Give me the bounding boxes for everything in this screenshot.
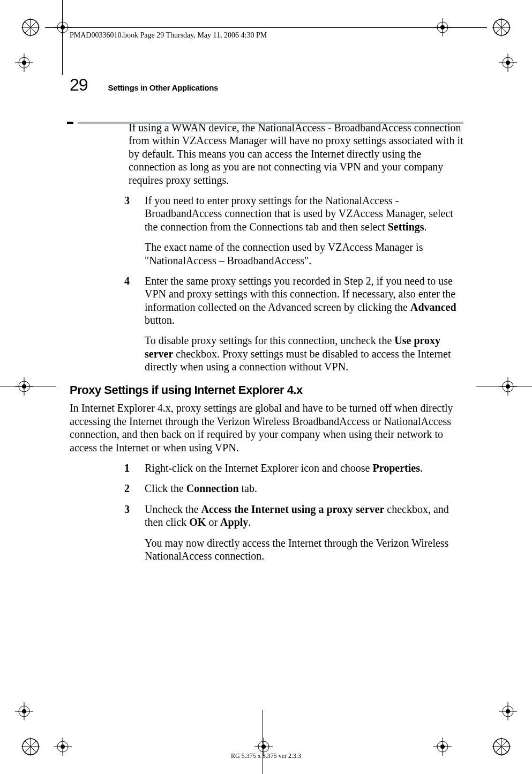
register-mark-icon [15,702,33,720]
running-header: PMAD00336010.book Page 29 Thursday, May … [70,31,267,40]
register-mark-icon [499,377,517,396]
crop-mark-icon [21,18,40,36]
step-text: Uncheck the Access the Internet using a … [145,503,449,528]
step-text: Enter the same proxy settings you record… [145,275,456,326]
crop-guide [263,710,263,774]
step-text: If you need to enter proxy settings for … [145,195,453,233]
crop-guide [0,386,56,386]
step-item: 2 Click the Connection tab. [129,482,463,495]
step-number: 3 [114,503,130,516]
subheading: Proxy Settings if using Internet Explore… [70,383,463,398]
section-rule [70,102,463,105]
page-number: 29 [70,75,88,95]
step-item: 4 Enter the same proxy settings you reco… [129,274,463,327]
step-number: 3 [114,194,130,207]
step-note: To disable proxy settings for this conne… [129,334,463,373]
body-paragraph: In Internet Explorer 4.x, proxy settings… [70,401,463,454]
step-note: The exact name of the connection used by… [129,241,463,267]
crop-guide [62,0,63,75]
step-text: Click the Connection tab. [145,482,257,494]
register-mark-icon [15,377,33,396]
step-text: Right-click on the Internet Explorer ico… [145,462,423,474]
section-title: Settings in Other Applications [108,83,218,92]
step-item: 3 Uncheck the Access the Internet using … [129,503,463,529]
step-number: 4 [114,274,130,287]
register-mark-icon [15,54,33,72]
step-item: 3 If you need to enter proxy settings fo… [129,194,463,233]
step-item: 1 Right-click on the Internet Explorer i… [129,462,463,474]
body-paragraph: If using a WWAN device, the NationalAcce… [129,121,463,187]
crop-guide [476,386,532,386]
step-note: You may now directly access the Internet… [129,537,463,563]
footer-text: RG 5.375 x 8.375 ver 2.3.3 [0,752,532,760]
register-mark-icon [499,54,517,72]
register-mark-icon [499,702,517,720]
step-number: 1 [114,462,130,474]
header-rule [45,27,487,28]
crop-mark-icon [492,18,511,36]
step-number: 2 [114,482,130,495]
